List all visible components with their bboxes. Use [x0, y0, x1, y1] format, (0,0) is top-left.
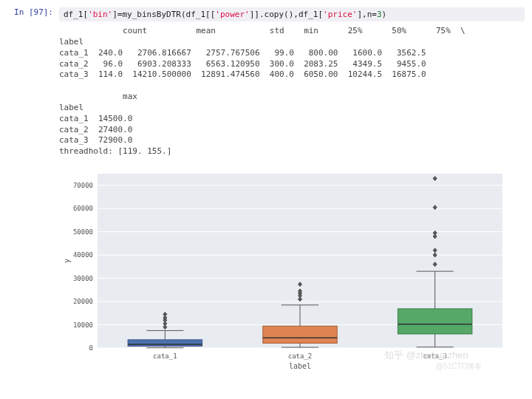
- stdout-table: count mean std min 25% 50% 75% \ label c…: [59, 26, 525, 157]
- svg-rect-29: [263, 326, 337, 343]
- svg-text:cata_1: cata_1: [153, 352, 177, 360]
- svg-text:cata_2: cata_2: [288, 352, 313, 360]
- svg-text:label: label: [289, 362, 311, 370]
- svg-text:0: 0: [89, 344, 93, 352]
- code-line[interactable]: df_1['bin']=my_binsByDTR(df_1[['power']]…: [59, 7, 525, 21]
- boxplot: 010000200003000040000500006000070000ycat…: [59, 168, 525, 375]
- svg-text:60000: 60000: [73, 205, 93, 212]
- svg-text:70000: 70000: [73, 182, 93, 189]
- svg-rect-22: [128, 340, 202, 347]
- svg-text:20000: 20000: [73, 298, 93, 305]
- svg-text:50000: 50000: [73, 228, 93, 236]
- svg-text:@51CTO博客: @51CTO博客: [436, 362, 482, 370]
- svg-text:知乎 @zhuhuazhen: 知乎 @zhuhuazhen: [384, 349, 468, 361]
- svg-text:10000: 10000: [73, 321, 93, 329]
- input-prompt: In [97]:: [7, 7, 59, 17]
- svg-text:40000: 40000: [73, 251, 93, 259]
- svg-text:y: y: [63, 259, 71, 263]
- svg-text:30000: 30000: [73, 275, 93, 282]
- input-cell: In [97]: df_1['bin']=my_binsByDTR(df_1[[…: [7, 7, 525, 21]
- svg-rect-36: [398, 309, 471, 334]
